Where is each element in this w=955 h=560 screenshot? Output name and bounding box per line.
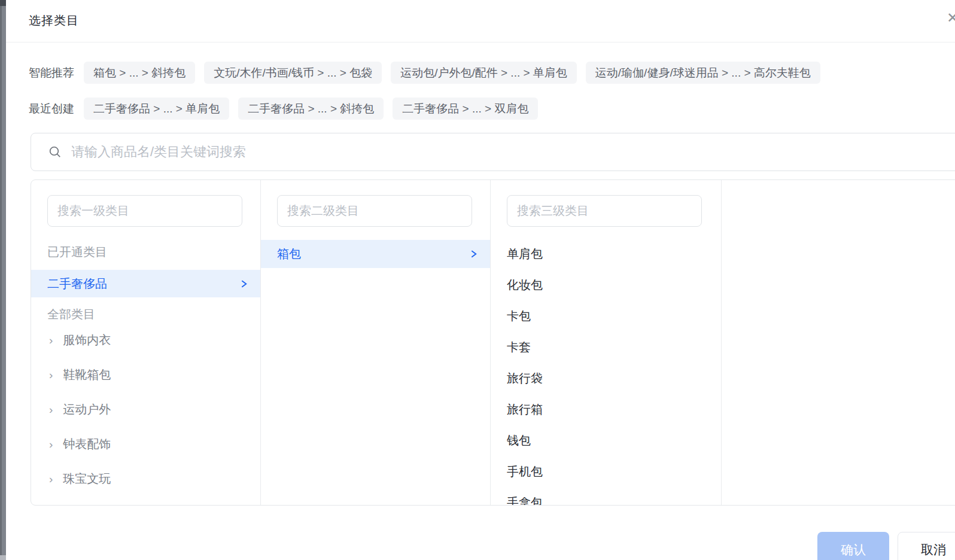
category-select-modal: 选择类目 ✕ 智能推荐 箱包 > ... > 斜挎包文玩/木作/书画/钱币 > … [6, 0, 955, 560]
all-categories-label: 全部类目 [47, 306, 260, 322]
category-item-label: 钟表配饰 [63, 436, 111, 452]
category-item-level3[interactable]: 化妆包 [491, 269, 721, 300]
category-item-level3[interactable]: 钱包 [491, 425, 721, 456]
level2-column: 箱包 [261, 180, 491, 505]
category-item-level1[interactable]: › 鞋靴箱包 [31, 357, 260, 392]
chevron-right-icon: › [49, 334, 53, 346]
level3-search-input[interactable] [507, 195, 702, 227]
chevron-right-icon: › [49, 439, 53, 450]
category-item-level3[interactable]: 卡套 [491, 331, 721, 363]
category-item-level1[interactable]: › 运动户外 [31, 392, 260, 427]
level1-category-list: › 服饰内衣 › 鞋靴箱包 › 运动户外 › [31, 322, 260, 496]
recommend-chip[interactable]: 运动包/户外包/配件 > ... > 单肩包 [391, 62, 577, 84]
level1-column: 已开通类目 二手奢侈品 全部类目 › 服饰内衣 › 鞋靴箱包 [31, 180, 261, 505]
chevron-right-icon [239, 279, 248, 288]
level3-column: 单肩包 化妆包 卡包 卡套 旅行袋 旅行箱 钱包 手机包 手拿包 [491, 180, 722, 505]
category-item-level1[interactable]: › 钟表配饰 [31, 427, 260, 461]
scrollbar-segment-bottom [0, 555, 6, 560]
recent-created-chips: 二手奢侈品 > ... > 单肩包二手奢侈品 > ... > 斜挎包二手奢侈品 … [84, 98, 538, 120]
category-item-level1[interactable]: › 服饰内衣 [31, 322, 260, 357]
category-item-level3[interactable]: 手机包 [491, 456, 721, 487]
level2-search-input[interactable] [277, 195, 472, 227]
recent-chip[interactable]: 二手奢侈品 > ... > 双肩包 [393, 98, 538, 120]
selected-category-label: 二手奢侈品 [47, 276, 107, 292]
page-edge-scrollbar[interactable] [0, 0, 6, 560]
smart-recommend-row: 智能推荐 箱包 > ... > 斜挎包文玩/木作/书画/钱币 > ... > 包… [29, 62, 820, 84]
level1-search-input[interactable] [47, 195, 242, 227]
recent-chip[interactable]: 二手奢侈品 > ... > 斜挎包 [238, 98, 384, 120]
chevron-right-icon: › [49, 404, 53, 415]
chevron-right-icon [469, 249, 478, 258]
category-item-level3[interactable]: 卡包 [491, 300, 721, 331]
recommend-chip[interactable]: 箱包 > ... > 斜挎包 [84, 62, 195, 84]
category-item-level3[interactable]: 旅行袋 [491, 363, 721, 394]
recent-chip[interactable]: 二手奢侈品 > ... > 单肩包 [84, 98, 229, 120]
close-icon[interactable]: ✕ [947, 11, 955, 25]
category-item-label: 服饰内衣 [63, 332, 111, 348]
modal-title: 选择类目 [29, 13, 79, 29]
chevron-right-icon: › [49, 473, 53, 485]
selected-category-label: 箱包 [277, 246, 301, 262]
chevron-right-icon: › [49, 369, 53, 381]
modal-header: 选择类目 ✕ [6, 0, 955, 42]
keyword-search-input[interactable] [71, 144, 955, 160]
opened-categories-label: 已开通类目 [47, 244, 260, 260]
confirm-button[interactable]: 确认 [817, 532, 889, 560]
level4-column-empty [722, 180, 955, 505]
category-item-level3[interactable]: 单肩包 [491, 238, 721, 269]
recommend-chip[interactable]: 文玩/木作/书画/钱币 > ... > 包袋 [204, 62, 382, 84]
category-item-label: 运动户外 [63, 401, 111, 418]
keyword-search-box [31, 133, 955, 171]
level3-category-list: 单肩包 化妆包 卡包 卡套 旅行袋 旅行箱 钱包 手机包 手拿包 [491, 238, 721, 505]
category-item-label: 珠宝文玩 [63, 471, 111, 487]
category-item-level1[interactable]: › 珠宝文玩 [31, 461, 260, 496]
scrollbar-segment-top [0, 0, 6, 6]
recent-created-label: 最近创建 [29, 101, 74, 117]
category-item-level3[interactable]: 旅行箱 [491, 394, 721, 425]
recommend-chip[interactable]: 运动/瑜伽/健身/球迷用品 > ... > 高尔夫鞋包 [586, 62, 820, 84]
category-item-level3[interactable]: 手拿包 [491, 487, 721, 505]
recent-created-row: 最近创建 二手奢侈品 > ... > 单肩包二手奢侈品 > ... > 斜挎包二… [29, 98, 538, 120]
search-icon [48, 145, 62, 159]
smart-recommend-chips: 箱包 > ... > 斜挎包文玩/木作/书画/钱币 > ... > 包袋运动包/… [84, 62, 820, 84]
cancel-button[interactable]: 取消 [898, 532, 955, 560]
category-panel: 已开通类目 二手奢侈品 全部类目 › 服饰内衣 › 鞋靴箱包 [31, 179, 955, 506]
category-item-label: 鞋靴箱包 [63, 367, 111, 383]
category-item-selected-level1[interactable]: 二手奢侈品 [31, 270, 260, 297]
category-item-selected-level2[interactable]: 箱包 [261, 240, 490, 268]
smart-recommend-label: 智能推荐 [29, 65, 74, 81]
